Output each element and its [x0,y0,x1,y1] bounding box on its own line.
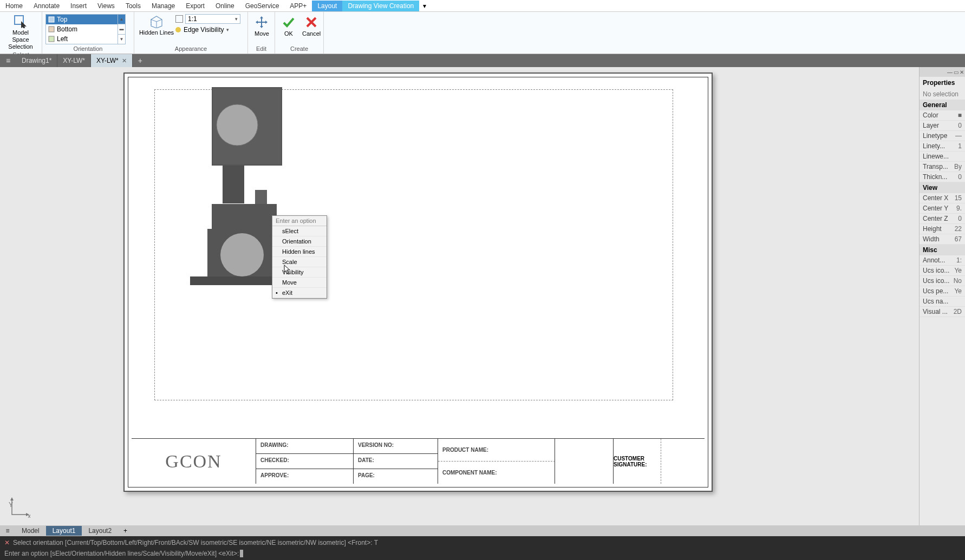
tb-page: PAGE: [354,469,438,484]
orientation-list[interactable]: Top Bottom Left ▲▬▼ [45,14,126,44]
prop-height[interactable]: Height22 [920,224,965,234]
cmd-prompt: Enter an option [sElect/Orientation/Hidd… [4,550,239,557]
svg-rect-2 [49,27,54,32]
menu-tools[interactable]: Tools [120,1,146,11]
orientation-bottom[interactable]: Bottom [46,24,125,34]
ribbon-group-edit: Move Edit [248,12,275,54]
ctx-exit[interactable]: eXit [272,288,327,298]
menu-insert[interactable]: Insert [65,1,92,11]
menu-home[interactable]: Home [0,1,28,11]
properties-controls: — ▭ ✕ [920,67,965,77]
tb-version: VERSION NO: [354,439,438,454]
prop-linetype-scale[interactable]: Linety...1 [920,141,965,151]
ctx-move[interactable]: Move [272,278,327,288]
ctx-visibility[interactable]: Visibility [272,267,327,278]
prop-ucs4[interactable]: Ucs na... [920,297,965,307]
tab-xylw-1[interactable]: XY-LW* [57,54,91,67]
cube-top-icon [48,16,55,23]
prop-ucs2[interactable]: Ucs ico...No [920,276,965,286]
ribbon-label-orientation: Orientation [45,44,131,54]
orientation-spinner[interactable]: ▲▬▼ [118,15,125,44]
menu-app[interactable]: APP+ [284,1,312,11]
svg-point-13 [220,233,264,276]
prop-width[interactable]: Width67 [920,234,965,245]
scale-lock-checkbox[interactable] [175,15,183,23]
tab-add-icon[interactable]: + [133,56,148,65]
panel-max-icon[interactable]: ▭ [954,69,959,75]
title-block-logo: GCON [132,439,256,484]
prop-center-y[interactable]: Center Y9. [920,203,965,214]
layout-model[interactable]: Model [15,526,46,536]
ctx-scale[interactable]: Scale [272,257,327,267]
ctx-orientation[interactable]: Orientation [272,236,327,247]
menu-manage[interactable]: Manage [146,1,180,11]
prop-annot[interactable]: Annot...1: [920,255,965,266]
spin-mid-icon[interactable]: ▬ [118,24,125,34]
move-button[interactable]: Move [255,15,269,37]
svg-text:Y: Y [9,501,13,509]
cmd-caret [240,550,243,557]
command-line[interactable]: ✕Select orientation [Current/Top/Bottom/… [0,536,965,560]
menu-drawing-view-creation[interactable]: Drawing View Creation [342,1,419,11]
ctx-hidden-lines[interactable]: Hidden lines [272,247,327,257]
prop-ucs1[interactable]: Ucs ico...Ye [920,266,965,276]
spin-down-icon[interactable]: ▼ [118,35,125,44]
menu-views[interactable]: Views [92,1,120,11]
panel-close-icon[interactable]: ✕ [960,69,964,75]
spin-up-icon[interactable]: ▲ [118,15,125,24]
model-space-selection-button[interactable]: Model Space Selection [3,13,38,50]
svg-rect-8 [223,166,244,203]
x-icon [304,15,318,29]
prop-thickness[interactable]: Thickn...0 [920,172,965,182]
ribbon-group-select: Model Space Selection Select [0,12,42,54]
prop-color[interactable]: Color■ [920,110,965,121]
prop-linetype[interactable]: Linetype— [920,131,965,141]
tab-xylw-2[interactable]: XY-LW*✕ [91,54,133,67]
orientation-top[interactable]: Top [46,15,125,24]
prop-visual[interactable]: Visual ...2D [920,307,965,317]
svg-text:X: X [27,513,30,518]
hidden-lines-button[interactable]: Hidden Lines [138,13,175,36]
menu-overflow-icon[interactable]: ▾ [419,2,430,10]
cmd-close-icon[interactable]: ✕ [4,539,10,546]
layout-layout2[interactable]: Layout2 [82,526,118,536]
ribbon-group-create: OK Cancel Create [275,12,324,54]
tabbar-menu-icon[interactable]: ≡ [0,56,16,65]
layout-add-icon[interactable]: + [118,527,133,535]
edge-visibility-dropdown[interactable]: Edge Visibility [175,26,240,34]
layout-layout1[interactable]: Layout1 [46,526,82,536]
svg-rect-9 [255,190,267,204]
check-icon [282,15,296,29]
orientation-left[interactable]: Left [46,34,125,44]
tab-drawing1[interactable]: Drawing1* [16,54,57,67]
title-block: GCON DRAWING: CHECKED: APPROVE: VERSION … [132,438,705,484]
prop-center-x[interactable]: Center X15 [920,193,965,203]
prop-transparency[interactable]: Transp...By [920,162,965,172]
canvas[interactable]: GCON DRAWING: CHECKED: APPROVE: VERSION … [0,67,919,525]
menu-layout[interactable]: Layout [312,1,342,11]
menu-online[interactable]: Online [210,1,240,11]
layout-menu-icon[interactable]: ≡ [0,527,15,535]
properties-panel: — ▭ ✕ Properties No selection General Co… [919,67,965,525]
prop-ucs3[interactable]: Ucs pe...Ye [920,286,965,297]
document-tabbar: ≡ Drawing1* XY-LW* XY-LW*✕ + [0,54,965,67]
prop-lineweight[interactable]: Linewe... [920,151,965,162]
prop-layer[interactable]: Layer0 [920,121,965,131]
panel-min-icon[interactable]: — [947,69,953,75]
ribbon-label-edit: Edit [251,44,271,54]
cancel-button[interactable]: Cancel [302,15,321,37]
scale-select[interactable]: 1:1 [185,14,240,24]
properties-section-misc: Misc [920,245,965,255]
svg-rect-3 [49,36,54,42]
ctx-select[interactable]: sElect [272,226,327,236]
tb-approve: APPROVE: [256,469,354,484]
menu-annotate[interactable]: Annotate [28,1,65,11]
ok-button[interactable]: OK [282,15,296,37]
menu-export[interactable]: Export [180,1,210,11]
layout-tabbar: ≡ Model Layout1 Layout2 + [0,525,965,536]
ribbon-group-orientation: Top Bottom Left ▲▬▼ Orientation [42,12,134,54]
menu-geoservice[interactable]: GeoService [240,1,285,11]
prop-center-z[interactable]: Center Z0 [920,214,965,224]
drawing-view-preview[interactable] [179,87,288,293]
tab-close-icon[interactable]: ✕ [122,57,127,64]
